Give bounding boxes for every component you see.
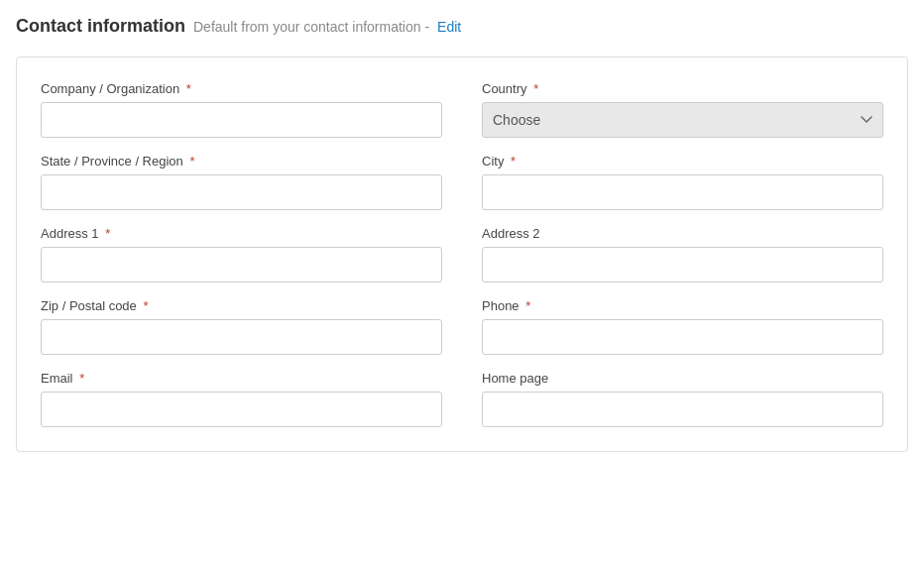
form-group-city: City *: [482, 154, 883, 210]
input-company[interactable]: [41, 102, 442, 138]
form-group-address2: Address 2: [482, 226, 883, 283]
label-city: City *: [482, 154, 883, 169]
required-star-phone: *: [525, 298, 530, 313]
input-homepage[interactable]: [482, 392, 883, 427]
form-grid: Company / Organization * Country * Choos…: [41, 81, 883, 427]
input-zip[interactable]: [41, 319, 442, 355]
page-subtitle: Default from your contact information -: [193, 19, 429, 35]
edit-link[interactable]: Edit: [437, 19, 461, 35]
form-group-address1: Address 1 *: [41, 226, 442, 283]
required-star-country: *: [533, 81, 538, 96]
label-address1: Address 1 *: [41, 226, 442, 241]
required-star-zip: *: [143, 298, 148, 313]
label-phone: Phone *: [482, 298, 883, 313]
required-star-city: *: [511, 154, 516, 169]
input-phone[interactable]: [482, 319, 883, 355]
required-star-company: *: [186, 81, 191, 96]
input-email[interactable]: [41, 392, 442, 427]
label-email: Email *: [41, 371, 442, 386]
form-group-email: Email *: [41, 371, 442, 427]
contact-form-card: Company / Organization * Country * Choos…: [16, 57, 908, 452]
label-address2: Address 2: [482, 226, 883, 241]
select-country[interactable]: Choose: [482, 102, 883, 138]
required-star-email: *: [79, 371, 84, 386]
form-group-company: Company / Organization *: [41, 81, 442, 138]
form-group-homepage: Home page: [482, 371, 883, 427]
required-star-state: *: [189, 154, 194, 169]
form-group-country: Country * Choose: [482, 81, 883, 138]
label-company: Company / Organization *: [41, 81, 442, 96]
form-group-phone: Phone *: [482, 298, 883, 355]
label-zip: Zip / Postal code *: [41, 298, 442, 313]
label-state: State / Province / Region *: [41, 154, 442, 169]
form-group-zip: Zip / Postal code *: [41, 298, 442, 355]
label-homepage: Home page: [482, 371, 883, 386]
input-address2[interactable]: [482, 247, 883, 283]
label-country: Country *: [482, 81, 883, 96]
page-title: Contact information: [16, 16, 185, 37]
input-city[interactable]: [482, 174, 883, 210]
input-state[interactable]: [41, 174, 442, 210]
page-header: Contact information Default from your co…: [16, 16, 908, 37]
required-star-address1: *: [105, 226, 110, 241]
form-group-state: State / Province / Region *: [41, 154, 442, 210]
input-address1[interactable]: [41, 247, 442, 283]
